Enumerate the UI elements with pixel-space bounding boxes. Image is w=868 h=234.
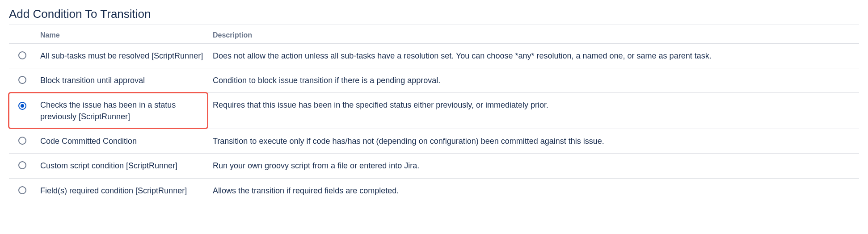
table-row[interactable]: Code Committed ConditionTransition to ex… bbox=[9, 129, 859, 154]
condition-description: Condition to block issue transition if t… bbox=[208, 68, 859, 93]
condition-description: Allows the transition if required fields… bbox=[208, 178, 859, 203]
condition-radio[interactable] bbox=[18, 186, 26, 194]
condition-name: Block transition until approval bbox=[36, 68, 208, 93]
condition-description: Requires that this issue has been in the… bbox=[208, 93, 859, 129]
condition-radio[interactable] bbox=[18, 161, 26, 169]
condition-description: Transition to execute only if code has/h… bbox=[208, 129, 859, 154]
radio-cell bbox=[9, 93, 36, 129]
condition-radio[interactable] bbox=[18, 137, 26, 145]
condition-table: Name Description All sub-tasks must be r… bbox=[9, 25, 859, 203]
condition-radio[interactable] bbox=[18, 102, 26, 110]
header-radio bbox=[9, 25, 36, 43]
table-row[interactable]: All sub-tasks must be resolved [ScriptRu… bbox=[9, 43, 859, 68]
radio-cell bbox=[9, 129, 36, 154]
table-row[interactable]: Block transition until approvalCondition… bbox=[9, 68, 859, 93]
condition-name: Code Committed Condition bbox=[36, 129, 208, 154]
condition-table-wrap: Name Description All sub-tasks must be r… bbox=[9, 25, 859, 203]
condition-name: Custom script condition [ScriptRunner] bbox=[36, 154, 208, 178]
condition-description: Run your own groovy script from a file o… bbox=[208, 154, 859, 178]
condition-radio[interactable] bbox=[18, 51, 26, 59]
table-header-row: Name Description bbox=[9, 25, 859, 43]
header-name: Name bbox=[36, 25, 208, 43]
table-row[interactable]: Field(s) required condition [ScriptRunne… bbox=[9, 178, 859, 203]
page-title: Add Condition To Transition bbox=[9, 4, 859, 25]
table-row[interactable]: Custom script condition [ScriptRunner]Ru… bbox=[9, 154, 859, 178]
table-row[interactable]: Checks the issue has been in a status pr… bbox=[9, 93, 859, 129]
condition-name: Checks the issue has been in a status pr… bbox=[36, 93, 208, 129]
radio-cell bbox=[9, 154, 36, 178]
radio-cell bbox=[9, 43, 36, 68]
condition-name: All sub-tasks must be resolved [ScriptRu… bbox=[36, 43, 208, 68]
condition-description: Does not allow the action unless all sub… bbox=[208, 43, 859, 68]
radio-cell bbox=[9, 68, 36, 93]
header-description: Description bbox=[208, 25, 859, 43]
radio-cell bbox=[9, 178, 36, 203]
condition-table-body: All sub-tasks must be resolved [ScriptRu… bbox=[9, 43, 859, 203]
condition-name: Field(s) required condition [ScriptRunne… bbox=[36, 178, 208, 203]
condition-radio[interactable] bbox=[18, 76, 26, 84]
radio-dot-icon bbox=[21, 104, 24, 108]
